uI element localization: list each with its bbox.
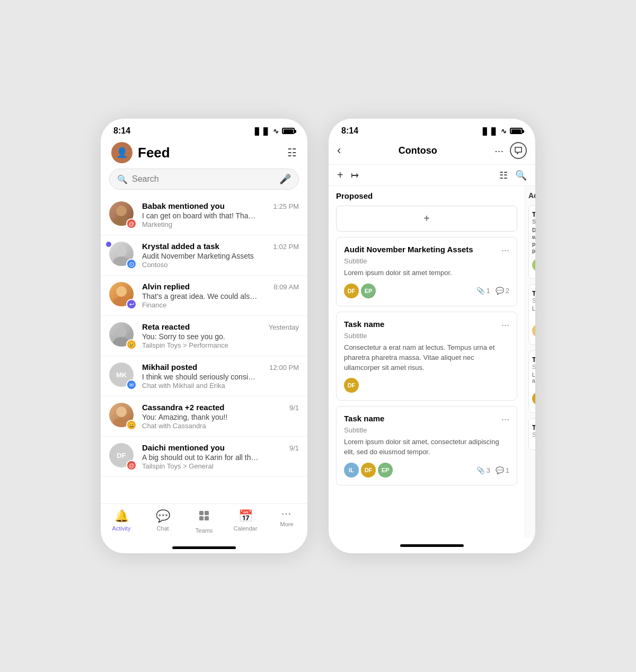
feed-item-time: 9/1 — [289, 404, 299, 412]
chat-circle-icon[interactable] — [510, 142, 527, 159]
feed-item-content: Babak mentioned you 1:25 PM I can get on… — [142, 201, 299, 228]
arrow-icon[interactable]: ↦ — [351, 170, 359, 181]
filter-icon-2[interactable]: ☷ — [499, 170, 508, 181]
feed-item[interactable]: ↩ Alvin replied 8:09 AM That's a great i… — [101, 276, 307, 316]
feed-item-name: Babak mentioned you — [142, 201, 225, 210]
card-footer-3: IL DF EP 📎 3 💬 1 — [344, 463, 509, 478]
badge-mention: @ — [126, 460, 137, 471]
nav-calendar-label: Calendar — [234, 525, 258, 532]
badge-reply: ↩ — [126, 299, 137, 310]
user-avatar[interactable]: 👤 — [111, 142, 132, 163]
feed-item-avatar-alvin: ↩ — [109, 282, 136, 308]
feed-item-content: Krystal added a task 1:02 PM Audit Novem… — [142, 242, 299, 269]
signal-icon: ▐▌▐▌ — [252, 127, 270, 135]
nav-more-label: More — [280, 521, 293, 527]
search-icon: 🔍 — [117, 174, 128, 184]
card-avatar-df2: DF — [344, 378, 359, 393]
kanban-columns: Proposed + Audit November Marketing Asse… — [329, 186, 535, 538]
feed-item-text: That's a great idea. We could also get..… — [142, 292, 259, 300]
col-header-proposed: Proposed — [336, 191, 517, 200]
kanban-toolbar: + ↦ ☷ 🔍 — [329, 165, 535, 186]
feed-item-time: Yesterday — [269, 323, 299, 331]
col-header-act: Act — [528, 191, 535, 200]
chat-icon: 💬 — [156, 509, 170, 523]
kanban-card-2[interactable]: Task name ··· Subtitle Consectetur a era… — [336, 312, 517, 401]
card-avatar-ep3: EP — [378, 463, 393, 478]
status-icons-1: ▐▌▐▌ ∿ — [252, 127, 295, 135]
attachment-icon-3: 📎 — [476, 466, 485, 474]
feed-item-sub: Finance — [142, 301, 299, 309]
feed-item[interactable]: MK ✉ Mikhail posted 12:00 PM I think we … — [101, 356, 307, 396]
card-body-3: Lorem ipsum dolor sit amet, consectetur … — [344, 437, 509, 457]
calendar-icon: 📅 — [238, 509, 253, 523]
filter-icon[interactable]: ☷ — [287, 146, 297, 159]
feed-item-avatar-mikhail: MK ✉ — [109, 362, 136, 389]
add-button[interactable]: + — [337, 169, 343, 181]
feed-item[interactable]: 😢 Reta reacted Yesterday You: Sorry to s… — [101, 316, 307, 356]
phone-kanban: 8:14 ▐▌▐▌ ∿ ‹ Contoso ··· + — [329, 119, 535, 553]
header-actions: ··· — [494, 142, 527, 159]
feed-item-content: Mikhail posted 12:00 PM I think we shoul… — [142, 362, 299, 390]
add-card-button[interactable]: + — [336, 206, 517, 232]
signal-icon-2: ▐▌▐▌ — [480, 127, 498, 135]
partial-card-2: T S L — [528, 284, 535, 345]
card-avatar-il: IL — [344, 463, 359, 478]
time-2: 8:14 — [341, 126, 358, 136]
badge-react: 😄 — [126, 420, 137, 430]
more-options-icon[interactable]: ··· — [494, 145, 504, 157]
feed-item-content: Alvin replied 8:09 AM That's a great ide… — [142, 282, 299, 309]
feed-item-content: Daichi mentioned you 9/1 A big should ou… — [142, 443, 299, 470]
svg-point-0 — [116, 206, 127, 216]
search-bar[interactable]: 🔍 🎤 — [109, 169, 299, 190]
nav-calendar[interactable]: 📅 Calendar — [225, 509, 266, 534]
mic-icon[interactable]: 🎤 — [279, 173, 291, 185]
card-body-2: Consectetur a erat nam at lectus. Tempus… — [344, 343, 509, 373]
card-options-2[interactable]: ··· — [501, 320, 509, 331]
feed-item-text: You: Sorry to see you go. — [142, 332, 259, 341]
card-avatars-1: DF EP — [344, 284, 376, 298]
feed-item[interactable]: DF @ Daichi mentioned you 9/1 A big shou… — [101, 437, 307, 477]
search-icon-2[interactable]: 🔍 — [515, 170, 527, 181]
feed-item-name: Krystal added a task — [142, 242, 219, 251]
feed-item[interactable]: ⊙ Krystal added a task 1:02 PM Audit Nov… — [101, 235, 307, 276]
card-options-3[interactable]: ··· — [501, 414, 509, 425]
svg-rect-11 — [205, 511, 209, 515]
feed-item-avatar-daichi: DF @ — [109, 443, 136, 470]
nav-activity-label: Activity — [112, 525, 131, 532]
feed-header-left: 👤 Feed — [111, 142, 170, 163]
feed-item-name: Mikhail posted — [142, 362, 197, 372]
more-icon: ··· — [281, 509, 292, 519]
feed-item-avatar-cassandra: 😄 — [109, 403, 136, 429]
nav-activity[interactable]: 🔔 Activity — [101, 509, 142, 534]
nav-chat[interactable]: 💬 Chat — [142, 509, 183, 534]
phone-feed: 8:14 ▐▌▐▌ ∿ 👤 Feed ☷ 🔍 🎤 — [101, 119, 307, 553]
card-options-1[interactable]: ··· — [501, 245, 509, 256]
status-icons-2: ▐▌▐▌ ∿ — [480, 127, 523, 135]
attachments-3: 📎 3 — [476, 466, 490, 474]
nav-teams[interactable]: Teams — [183, 509, 225, 534]
svg-rect-12 — [199, 516, 204, 520]
back-button[interactable]: ‹ — [337, 144, 341, 157]
comment-icon: 💬 — [496, 287, 504, 295]
feed-item-avatar-krystal: ⊙ — [109, 242, 136, 268]
partial-card-4: T S — [528, 418, 535, 450]
partial-avatar-2 — [532, 324, 535, 337]
nav-teams-label: Teams — [196, 527, 213, 534]
comments-1: 💬 2 — [496, 287, 509, 295]
feed-item[interactable]: @ Babak mentioned you 1:25 PM I can get … — [101, 195, 307, 235]
status-bar-2: 8:14 ▐▌▐▌ ∿ — [329, 119, 535, 138]
teams-icon — [198, 509, 210, 525]
search-input[interactable] — [132, 174, 275, 184]
feed-item-sub: Chat with Cassandra — [142, 422, 299, 430]
kanban-card-3[interactable]: Task name ··· Subtitle Lorem ipsum dolor… — [336, 406, 517, 485]
feed-item-text: You: Amazing, thank you!! — [142, 413, 259, 421]
badge-mention: @ — [126, 218, 137, 229]
kanban-col-proposed: Proposed + Audit November Marketing Asse… — [329, 186, 525, 538]
card-meta-1: 📎 1 💬 2 — [476, 287, 509, 295]
svg-point-4 — [116, 286, 127, 297]
feed-item-content: Reta reacted Yesterday You: Sorry to see… — [142, 322, 299, 349]
feed-item[interactable]: 😄 Cassandra +2 reacted 9/1 You: Amazing,… — [101, 396, 307, 437]
feed-item-avatar-babak: @ — [109, 201, 136, 228]
nav-more[interactable]: ··· More — [266, 509, 307, 534]
kanban-card-1[interactable]: Audit November Marketing Assets ··· Subt… — [336, 237, 517, 306]
